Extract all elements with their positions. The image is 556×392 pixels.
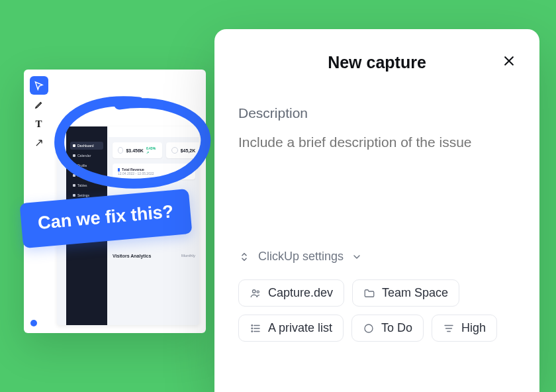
space-chip[interactable]: Team Space: [352, 279, 459, 307]
clickup-settings-toggle[interactable]: ClickUp settings: [238, 250, 516, 264]
text-tool[interactable]: T: [30, 115, 48, 133]
priority-icon: [443, 322, 455, 334]
svg-point-5: [365, 324, 373, 332]
chevron-down-icon: [351, 252, 362, 262]
svg-point-3: [252, 328, 253, 329]
status-chip[interactable]: To Do: [351, 315, 424, 342]
people-icon: [250, 287, 261, 299]
description-label: Description: [238, 105, 516, 121]
panel-header: New capture: [238, 53, 516, 72]
list-chip[interactable]: A private list: [238, 315, 344, 342]
status-icon: [363, 322, 375, 334]
svg-point-1: [257, 291, 259, 293]
clickup-settings-icon: [238, 251, 250, 263]
capture-panel: New capture Description ClickUp settings…: [214, 29, 539, 392]
clickup-settings-label: ClickUp settings: [258, 250, 344, 264]
svg-point-4: [252, 330, 253, 332]
settings-chips: Capture.dev Team Space A private list To…: [238, 279, 516, 342]
close-button[interactable]: [500, 52, 518, 70]
status-dot: [30, 320, 37, 326]
tool-rail: T: [28, 74, 50, 152]
cursor-tool[interactable]: [30, 76, 48, 95]
pencil-tool[interactable]: [30, 95, 48, 114]
close-icon: [502, 54, 516, 68]
description-input[interactable]: [238, 134, 516, 150]
svg-point-0: [253, 289, 256, 293]
svg-point-2: [252, 324, 253, 326]
workspace-chip[interactable]: Capture.dev: [238, 279, 344, 307]
panel-title: New capture: [328, 53, 426, 72]
list-icon: [250, 322, 261, 334]
arrow-tool[interactable]: [30, 134, 48, 152]
priority-chip[interactable]: High: [432, 315, 497, 342]
folder-icon: [363, 287, 375, 299]
